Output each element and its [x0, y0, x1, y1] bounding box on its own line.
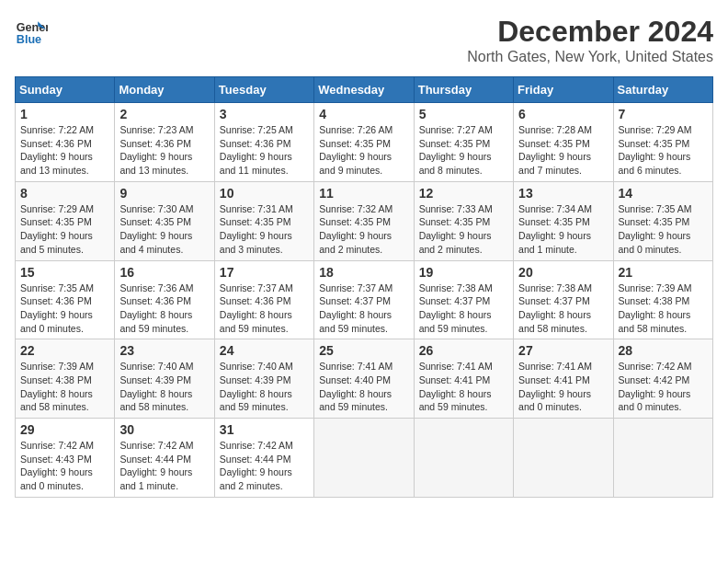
logo-icon: General Blue — [15, 15, 48, 48]
day-info: Sunrise: 7:40 AMSunset: 4:39 PMDaylight:… — [119, 360, 209, 414]
daylight-hours: Daylight: 8 hours and 59 minutes. — [220, 309, 292, 334]
sunset-time: Sunset: 4:35 PM — [20, 216, 92, 227]
sunset-time: Sunset: 4:35 PM — [518, 216, 590, 227]
calendar-cell: 7Sunrise: 7:29 AMSunset: 4:35 PMDaylight… — [613, 103, 712, 182]
sunrise-time: Sunrise: 7:25 AM — [220, 124, 293, 135]
day-info: Sunrise: 7:42 AMSunset: 4:43 PMDaylight:… — [20, 439, 109, 493]
sunrise-time: Sunrise: 7:29 AM — [20, 203, 94, 214]
day-number: 2 — [119, 107, 209, 121]
day-number: 16 — [119, 265, 209, 280]
sunrise-time: Sunrise: 7:42 AM — [220, 440, 293, 451]
sunrise-time: Sunrise: 7:39 AM — [619, 282, 692, 293]
sunrise-time: Sunrise: 7:42 AM — [619, 361, 692, 372]
page-container: General Blue December 2024 North Gates, … — [15, 15, 713, 498]
sunrise-time: Sunrise: 7:37 AM — [319, 282, 392, 293]
sunrise-time: Sunrise: 7:30 AM — [119, 203, 193, 214]
sunset-time: Sunset: 4:36 PM — [20, 138, 92, 149]
day-number: 30 — [119, 422, 209, 437]
day-info: Sunrise: 7:23 AMSunset: 4:36 PMDaylight:… — [119, 123, 209, 178]
calendar-cell: 14Sunrise: 7:35 AMSunset: 4:35 PMDayligh… — [613, 181, 712, 260]
day-number: 15 — [20, 265, 109, 280]
day-info: Sunrise: 7:34 AMSunset: 4:35 PMDaylight:… — [518, 202, 608, 257]
daylight-hours: Daylight: 9 hours and 2 minutes. — [419, 230, 492, 255]
sunrise-time: Sunrise: 7:26 AM — [319, 124, 392, 135]
daylight-hours: Daylight: 9 hours and 13 minutes. — [20, 151, 93, 176]
header: General Blue December 2024 North Gates, … — [15, 15, 713, 65]
sunset-time: Sunset: 4:41 PM — [419, 374, 491, 385]
sunrise-time: Sunrise: 7:39 AM — [20, 361, 94, 372]
calendar-cell: 27Sunrise: 7:41 AMSunset: 4:41 PMDayligh… — [514, 339, 613, 419]
calendar-cell: 8Sunrise: 7:29 AMSunset: 4:35 PMDaylight… — [16, 181, 115, 260]
day-number: 24 — [220, 343, 309, 358]
calendar-week-row: 22Sunrise: 7:39 AMSunset: 4:38 PMDayligh… — [16, 339, 713, 419]
day-info: Sunrise: 7:26 AMSunset: 4:35 PMDaylight:… — [319, 123, 408, 178]
daylight-hours: Daylight: 8 hours and 59 minutes. — [119, 309, 192, 334]
day-number: 29 — [20, 422, 109, 437]
daylight-hours: Daylight: 9 hours and 1 minute. — [518, 230, 591, 255]
sunset-time: Sunset: 4:35 PM — [119, 216, 191, 227]
day-info: Sunrise: 7:37 AMSunset: 4:36 PMDaylight:… — [220, 282, 309, 336]
daylight-hours: Daylight: 9 hours and 7 minutes. — [518, 151, 591, 176]
daylight-hours: Daylight: 9 hours and 0 minutes. — [518, 388, 591, 413]
sunrise-time: Sunrise: 7:41 AM — [319, 361, 392, 372]
sunset-time: Sunset: 4:37 PM — [319, 295, 391, 306]
daylight-hours: Daylight: 9 hours and 4 minutes. — [119, 230, 192, 255]
sunrise-time: Sunrise: 7:31 AM — [220, 203, 293, 214]
daylight-hours: Daylight: 8 hours and 59 minutes. — [319, 309, 392, 334]
sunset-time: Sunset: 4:35 PM — [619, 216, 690, 227]
day-info: Sunrise: 7:29 AMSunset: 4:35 PMDaylight:… — [619, 123, 708, 178]
subtitle: North Gates, New York, United States — [467, 49, 713, 65]
day-number: 12 — [419, 186, 508, 201]
sunset-time: Sunset: 4:42 PM — [619, 374, 690, 385]
day-number: 3 — [220, 107, 309, 121]
day-info: Sunrise: 7:41 AMSunset: 4:41 PMDaylight:… — [419, 360, 508, 414]
day-info: Sunrise: 7:29 AMSunset: 4:35 PMDaylight:… — [20, 202, 109, 257]
sunrise-time: Sunrise: 7:32 AM — [319, 203, 392, 214]
sunset-time: Sunset: 4:35 PM — [419, 138, 491, 149]
day-number: 22 — [20, 343, 109, 358]
day-info: Sunrise: 7:30 AMSunset: 4:35 PMDaylight:… — [119, 202, 209, 257]
day-number: 13 — [518, 186, 608, 201]
day-number: 21 — [619, 265, 708, 280]
day-number: 5 — [419, 107, 508, 121]
header-sunday: Sunday — [16, 77, 115, 103]
calendar-cell: 25Sunrise: 7:41 AMSunset: 4:40 PMDayligh… — [314, 339, 414, 419]
sunset-time: Sunset: 4:37 PM — [419, 295, 491, 306]
daylight-hours: Daylight: 9 hours and 2 minutes. — [319, 230, 392, 255]
calendar-cell: 2Sunrise: 7:23 AMSunset: 4:36 PMDaylight… — [115, 103, 214, 182]
calendar-cell: 9Sunrise: 7:30 AMSunset: 4:35 PMDaylight… — [115, 181, 214, 260]
sunrise-time: Sunrise: 7:38 AM — [419, 282, 493, 293]
day-info: Sunrise: 7:35 AMSunset: 4:35 PMDaylight:… — [619, 202, 708, 257]
calendar-cell: 10Sunrise: 7:31 AMSunset: 4:35 PMDayligh… — [214, 181, 313, 260]
daylight-hours: Daylight: 8 hours and 58 minutes. — [619, 309, 691, 334]
daylight-hours: Daylight: 9 hours and 13 minutes. — [119, 151, 192, 176]
weekday-header-row: Sunday Monday Tuesday Wednesday Thursday… — [16, 77, 713, 103]
day-number: 19 — [419, 265, 508, 280]
sunrise-time: Sunrise: 7:42 AM — [119, 440, 193, 451]
day-number: 4 — [319, 107, 408, 121]
calendar-cell: 13Sunrise: 7:34 AMSunset: 4:35 PMDayligh… — [514, 181, 613, 260]
sunset-time: Sunset: 4:36 PM — [220, 295, 291, 306]
day-info: Sunrise: 7:38 AMSunset: 4:37 PMDaylight:… — [518, 282, 608, 336]
sunrise-time: Sunrise: 7:37 AM — [220, 282, 293, 293]
daylight-hours: Daylight: 9 hours and 8 minutes. — [419, 151, 492, 176]
calendar-cell: 4Sunrise: 7:26 AMSunset: 4:35 PMDaylight… — [314, 103, 414, 182]
daylight-hours: Daylight: 8 hours and 58 minutes. — [518, 309, 591, 334]
sunset-time: Sunset: 4:41 PM — [518, 374, 590, 385]
sunset-time: Sunset: 4:36 PM — [20, 295, 92, 306]
sunrise-time: Sunrise: 7:33 AM — [419, 203, 493, 214]
calendar-cell: 1Sunrise: 7:22 AMSunset: 4:36 PMDaylight… — [16, 103, 115, 182]
sunset-time: Sunset: 4:35 PM — [419, 216, 491, 227]
calendar-cell: 6Sunrise: 7:28 AMSunset: 4:35 PMDaylight… — [514, 103, 613, 182]
header-tuesday: Tuesday — [214, 77, 313, 103]
sunset-time: Sunset: 4:37 PM — [518, 295, 590, 306]
day-number: 20 — [518, 265, 608, 280]
sunrise-time: Sunrise: 7:38 AM — [518, 282, 592, 293]
calendar-table: Sunday Monday Tuesday Wednesday Thursday… — [15, 76, 713, 498]
sunrise-time: Sunrise: 7:28 AM — [518, 124, 592, 135]
day-info: Sunrise: 7:38 AMSunset: 4:37 PMDaylight:… — [419, 282, 508, 336]
day-number: 11 — [319, 186, 408, 201]
daylight-hours: Daylight: 8 hours and 59 minutes. — [419, 388, 492, 413]
sunset-time: Sunset: 4:43 PM — [20, 454, 92, 465]
day-number: 18 — [319, 265, 408, 280]
